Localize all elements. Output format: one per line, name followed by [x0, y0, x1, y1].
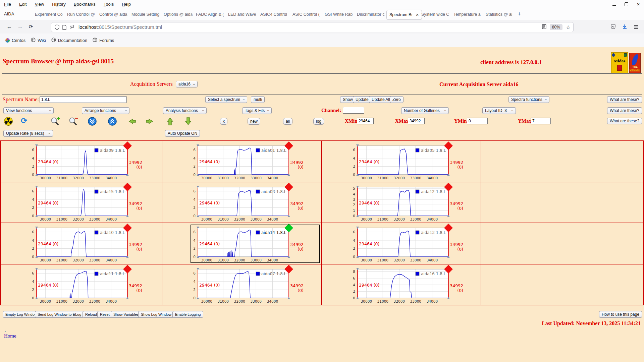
- tab-fadc-align[interactable]: FADC Align & (: [193, 10, 228, 19]
- spectrum-chart-aida09[interactable]: 02463000031000320003300034000aida09 1.8.…: [1, 141, 161, 181]
- tab-module-setting[interactable]: Module Setting: [129, 10, 164, 19]
- tab-asic4-control[interactable]: ASIC4 Control: [258, 10, 292, 19]
- tags-fits-select[interactable]: Tags & Fits: [242, 107, 272, 114]
- xmax-input[interactable]: [408, 118, 425, 124]
- enable-logging-button[interactable]: Enable Logging: [172, 311, 203, 318]
- gallery-cell-aida15[interactable]: 02463000031000320003300034000aida15 1.8.…: [1, 182, 162, 223]
- move-left-icon[interactable]: [127, 118, 136, 126]
- bookmark-documentation[interactable]: Documentation: [51, 38, 87, 43]
- tab-spectrum-br[interactable]: Spectrum Br✕: [386, 10, 422, 20]
- view-functions-select[interactable]: View functions: [3, 107, 54, 114]
- show-variables-button[interactable]: Show Variables: [111, 311, 142, 318]
- what-are-these-button[interactable]: What are these?: [607, 107, 642, 114]
- empty-log-window-button[interactable]: Empty Log Window: [3, 311, 40, 318]
- tab-asic-control[interactable]: ASIC Control (: [290, 10, 325, 19]
- refresh-icon[interactable]: ⟳: [21, 116, 27, 125]
- reload-icon[interactable]: ⟳: [27, 23, 35, 31]
- radiation-icon[interactable]: [4, 117, 13, 127]
- shield-icon[interactable]: [55, 24, 59, 30]
- reset-button[interactable]: Reset: [97, 311, 112, 318]
- maximize-button[interactable]: [624, 2, 629, 7]
- acquisition-server-select[interactable]: aida16: [176, 81, 198, 87]
- tab-led-and-wave[interactable]: LED and Wave: [225, 10, 260, 19]
- spectrum-name-input[interactable]: [40, 96, 127, 103]
- page-info-icon[interactable]: [62, 25, 66, 30]
- channel-input[interactable]: [343, 107, 364, 114]
- spectrum-chart-aida01[interactable]: 02463000031000320003300034000aida01 1.8.…: [162, 141, 322, 181]
- menu-help[interactable]: Help: [118, 2, 135, 7]
- tab-experiment-co[interactable]: Experiment Co: [32, 10, 67, 19]
- minimize-button[interactable]: [612, 2, 616, 7]
- gallery-cell-aida01[interactable]: 02463000031000320003300034000aida01 1.8.…: [162, 141, 322, 182]
- xmin-input[interactable]: [357, 118, 374, 124]
- bookmark-forums[interactable]: Forums: [93, 38, 114, 43]
- tab-system-wide-c[interactable]: System wide C: [419, 10, 453, 19]
- bookmark-star-icon[interactable]: ☆: [566, 24, 571, 31]
- move-right-icon[interactable]: [146, 118, 155, 126]
- tcl-powered-logo-image[interactable]: TCL POWERED: [629, 53, 641, 73]
- back-icon[interactable]: ←: [5, 23, 13, 31]
- x-button[interactable]: x: [220, 118, 227, 125]
- select-a-spectrum-select[interactable]: Select a spectrum: [205, 96, 247, 103]
- gallery-cell-aida13[interactable]: 02463000031000320003300034000aida13 1.8.…: [322, 223, 481, 264]
- gallery-cell-aida03[interactable]: 02463000031000320003300034000aida03 1.8.…: [162, 182, 322, 223]
- tab-statistics-ai[interactable]: Statistics @ ai: [483, 10, 518, 19]
- pocket-icon[interactable]: [609, 23, 617, 31]
- close-window-button[interactable]: ✕: [636, 2, 641, 7]
- auto-update-button[interactable]: Auto Update ON: [165, 130, 200, 137]
- spectra-functions-select[interactable]: Spectra functions: [508, 96, 549, 103]
- send-log-window-to-elog-button[interactable]: Send Log Window to ELog: [35, 311, 84, 318]
- arrange-functions-select[interactable]: Arrange functions: [82, 107, 129, 114]
- gallery-cell-aida05[interactable]: 02463000031000320003300034000aida05 1.8.…: [322, 141, 481, 182]
- tab-control-aida[interactable]: Control @ aida: [97, 10, 131, 19]
- analysis-functions-select[interactable]: Analysis functions: [163, 107, 207, 114]
- what-are-these-button[interactable]: What are these?: [607, 118, 642, 124]
- tab-gsi-white-rab[interactable]: GSI White Rab: [322, 10, 357, 19]
- move-down-icon[interactable]: [184, 117, 192, 127]
- spectrum-chart-aida03[interactable]: 02463000031000320003300034000aida03 1.8.…: [162, 182, 322, 223]
- all-button[interactable]: all: [283, 118, 292, 125]
- log-button[interactable]: log: [313, 118, 324, 125]
- multi-button[interactable]: multi: [251, 96, 265, 103]
- menu-view[interactable]: View: [31, 2, 48, 7]
- home-link[interactable]: Home: [4, 333, 16, 339]
- reader-mode-icon[interactable]: [542, 24, 546, 30]
- spectrum-chart-aida10[interactable]: 02463000031000320003300034000aida10 1.8.…: [1, 223, 161, 263]
- tab-options-aida[interactable]: Options @ aida: [161, 10, 196, 19]
- midas-logo-image[interactable]: Midas: [611, 52, 628, 73]
- hamburger-menu-icon[interactable]: [632, 23, 640, 31]
- menu-history[interactable]: History: [48, 2, 69, 7]
- spectrum-chart-aida13[interactable]: 02463000031000320003300034000aida13 1.8.…: [322, 223, 481, 263]
- site-permissions-icon[interactable]: [69, 25, 74, 29]
- gallery-cell-aida12[interactable]: 0123453000031000320003300034000aida12 1.…: [322, 182, 481, 223]
- tab-discriminator-c[interactable]: Discriminator c: [354, 10, 389, 19]
- ymin-input[interactable]: [467, 118, 488, 124]
- download-icon[interactable]: [621, 23, 629, 31]
- zoom-out-icon[interactable]: [68, 117, 78, 127]
- show-log-window-button[interactable]: Show Log Window: [138, 311, 174, 318]
- new-button[interactable]: new: [248, 118, 260, 125]
- menu-edit[interactable]: Edit: [15, 2, 31, 7]
- update-rate-select[interactable]: Update Rate (8 secs): [3, 130, 53, 137]
- spectrum-chart-aida15[interactable]: 02463000031000320003300034000aida15 1.8.…: [1, 182, 161, 223]
- gallery-cell-aida14[interactable]: 02463000031000320003300034000aida14 1.8.…: [162, 223, 322, 264]
- gallery-cell-aida11[interactable]: 02463000031000320003300034000aida11 1.8.…: [1, 264, 162, 305]
- gallery-cell-aida10[interactable]: 02463000031000320003300034000aida10 1.8.…: [1, 223, 162, 264]
- how-to-use-button[interactable]: How to use this page: [599, 311, 642, 318]
- tab-temperature-a[interactable]: Temperature a: [451, 10, 486, 19]
- tab-run-control[interactable]: Run Control @: [64, 10, 99, 19]
- spectrum-chart-aida07[interactable]: 02463000031000320003300034000aida07 1.8.…: [162, 264, 322, 305]
- new-tab-button[interactable]: +: [515, 11, 523, 18]
- zoom-in-icon[interactable]: [50, 117, 60, 127]
- zero-button[interactable]: Zero: [390, 96, 404, 103]
- move-up-icon[interactable]: [166, 117, 174, 127]
- layout-id-select[interactable]: Layout ID=3: [482, 107, 516, 114]
- tab-close-icon[interactable]: ✕: [415, 12, 420, 17]
- spectrum-chart-aida14[interactable]: 02463000031000320003300034000aida14 1.8.…: [162, 223, 322, 263]
- number-of-galleries-select[interactable]: Number of Galleries: [401, 107, 449, 114]
- menu-file[interactable]: File: [0, 2, 15, 7]
- what-are-these-button[interactable]: What are these?: [607, 96, 642, 103]
- spectrum-chart-aida16[interactable]: 024683000031000320003300034000aida16 1.8…: [322, 264, 481, 305]
- forward-icon[interactable]: →: [16, 23, 24, 31]
- spectrum-chart-aida12[interactable]: 0123453000031000320003300034000aida12 1.…: [322, 182, 481, 223]
